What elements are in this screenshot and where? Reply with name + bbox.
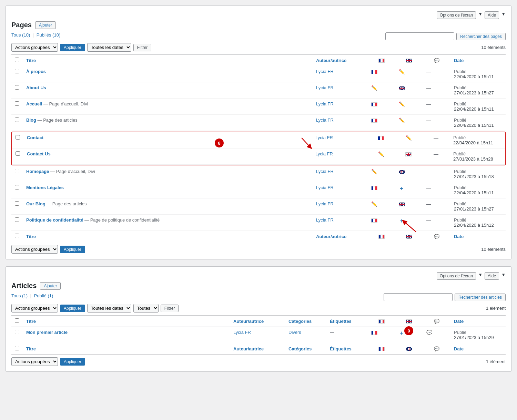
pages-all-link[interactable]: Tous (10) (11, 32, 31, 38)
author-link[interactable]: Lycia FR (316, 201, 334, 206)
row-checkbox[interactable] (15, 85, 19, 90)
articles-bulk-action-footer-select[interactable]: Actions groupées (11, 357, 58, 366)
table-row: À propos Lycia FR ✏️ — Publié 22/04/2020… (11, 66, 506, 82)
row-checkbox[interactable] (16, 135, 20, 140)
col-date-footer[interactable]: Date (450, 231, 506, 242)
col-date-footer[interactable]: Date (450, 343, 506, 355)
col-title-header[interactable]: Titre (23, 55, 313, 66)
pages-filter-button[interactable]: Filtrer (133, 44, 152, 51)
row-checkbox[interactable] (16, 151, 20, 156)
row-date: Publié 27/01/2023 à 15h29 (450, 327, 506, 343)
articles-bulk-action-select[interactable]: Actions groupées (11, 304, 58, 313)
pages-apply-footer-button[interactable]: Appliquer (60, 246, 85, 253)
col-title-footer[interactable]: Titre (23, 231, 313, 242)
select-all-checkbox-footer[interactable] (15, 346, 19, 350)
pages-search-input[interactable] (385, 32, 454, 40)
pencil-icon[interactable]: ✏️ (399, 69, 405, 74)
author-link[interactable]: Lycia FR (316, 185, 334, 190)
row-checkbox[interactable] (15, 185, 19, 189)
pencil-icon[interactable]: ✏️ (371, 201, 377, 207)
col-title-footer[interactable]: Titre (23, 343, 230, 355)
author-link[interactable]: Lycia FR (315, 135, 333, 140)
pencil-icon[interactable]: ✏️ (399, 117, 405, 123)
author-link[interactable]: Lycia FR (315, 151, 333, 156)
articles-search-input[interactable] (384, 293, 453, 301)
author-link[interactable]: Lycia FR (233, 330, 251, 335)
pages-title: Pages (11, 21, 32, 29)
row-checkbox[interactable] (15, 101, 19, 106)
row-checkbox[interactable] (15, 217, 19, 222)
col-title-header[interactable]: Titre (23, 316, 230, 327)
row-checkbox[interactable] (15, 330, 19, 334)
articles-published-link[interactable]: Publié (1) (34, 293, 53, 298)
select-all-checkbox[interactable] (15, 58, 19, 62)
author-link[interactable]: Lycia FR (316, 217, 334, 223)
author-link[interactable]: Lycia FR (316, 117, 334, 123)
articles-add-button[interactable]: Ajouter (40, 282, 61, 290)
author-link[interactable]: Lycia FR (316, 101, 334, 106)
row-flag-en: ✏️ (395, 66, 423, 82)
page-link[interactable]: About Us (26, 85, 46, 90)
articles-search-area: Rechercher des articles (384, 293, 506, 301)
row-flag-fr (368, 182, 395, 198)
col-date-header[interactable]: Date (450, 55, 506, 66)
select-all-checkbox-footer[interactable] (15, 234, 19, 238)
row-flag-fr: ✏️ (368, 82, 395, 99)
article-link[interactable]: Mon premier article (26, 330, 68, 335)
help-button[interactable]: Aide (485, 11, 499, 19)
flag-en-icon (399, 170, 405, 174)
pencil-icon[interactable]: ✏️ (371, 85, 377, 91)
page-link[interactable]: Blog (26, 117, 36, 123)
row-checkbox[interactable] (15, 201, 19, 206)
flag-en-icon (406, 319, 412, 324)
author-link[interactable]: Lycia FR (316, 69, 334, 74)
articles-filter-button[interactable]: Filtrer (161, 305, 179, 312)
articles-all-link[interactable]: Tous (1) (11, 293, 29, 298)
articles-help-button[interactable]: Aide (485, 272, 499, 280)
screen-options-button[interactable]: Options de l'écran (437, 11, 476, 19)
page-link[interactable]: Homepage (26, 169, 49, 174)
plus-icon[interactable]: ＋ (399, 330, 404, 336)
page-link[interactable]: Politique de confidentialité (26, 217, 83, 223)
articles-header-left: Articles Ajouter (11, 282, 61, 290)
category-link[interactable]: Divers (288, 330, 301, 335)
dash-icon: — (426, 169, 431, 174)
pages-search-button[interactable]: Rechercher des pages (456, 33, 506, 40)
articles-dates-select[interactable]: Toutes les dates (87, 304, 131, 313)
pencil-icon[interactable]: ✏️ (399, 101, 405, 107)
row-check (11, 215, 23, 231)
plus-icon[interactable]: ＋ (399, 185, 404, 191)
pencil-icon[interactable]: ✏️ (406, 135, 412, 141)
author-link[interactable]: Lycia FR (316, 169, 334, 174)
articles-apply-button[interactable]: Appliquer (60, 305, 85, 312)
articles-screen-options-button[interactable]: Options de l'écran (437, 272, 476, 280)
articles-search-button[interactable]: Rechercher des articles (455, 294, 506, 301)
pages-published-link[interactable]: Publiés (10) (37, 32, 60, 38)
row-checkbox[interactable] (15, 169, 19, 173)
row-check (11, 327, 23, 343)
author-link[interactable]: Lycia FR (316, 85, 334, 90)
row-check (11, 182, 23, 198)
pencil-icon[interactable]: ✏️ (378, 151, 384, 157)
pages-bulk-action-footer-select[interactable]: Actions groupées (11, 245, 58, 254)
select-all-checkbox[interactable] (15, 318, 19, 323)
row-checkbox[interactable] (15, 69, 19, 73)
page-link[interactable]: Our Blog (26, 201, 45, 206)
row-flag-fr: ✏️ (368, 166, 395, 182)
pages-apply-button[interactable]: Appliquer (60, 44, 85, 51)
page-link[interactable]: À propos (26, 69, 46, 74)
row-date: Publié 22/04/2020 à 15h11 (450, 115, 506, 131)
page-link[interactable]: Mentions Légales (26, 185, 64, 190)
pages-dates-select[interactable]: Toutes les dates (87, 43, 131, 52)
articles-apply-footer-button[interactable]: Appliquer (60, 358, 85, 366)
page-link[interactable]: Contact Us (27, 151, 51, 156)
articles-categories-select[interactable]: Toutes (133, 304, 159, 313)
pages-add-button[interactable]: Ajouter (35, 21, 56, 29)
page-link[interactable]: Contact (27, 135, 43, 140)
pages-bulk-action-select[interactable]: Actions groupées (11, 43, 58, 52)
table-row: Politique de confidentialité — Page de p… (11, 215, 506, 231)
col-date-header[interactable]: Date (450, 316, 506, 327)
pencil-icon[interactable]: ✏️ (371, 169, 377, 174)
row-checkbox[interactable] (15, 117, 19, 122)
page-link[interactable]: Accueil (26, 101, 42, 106)
